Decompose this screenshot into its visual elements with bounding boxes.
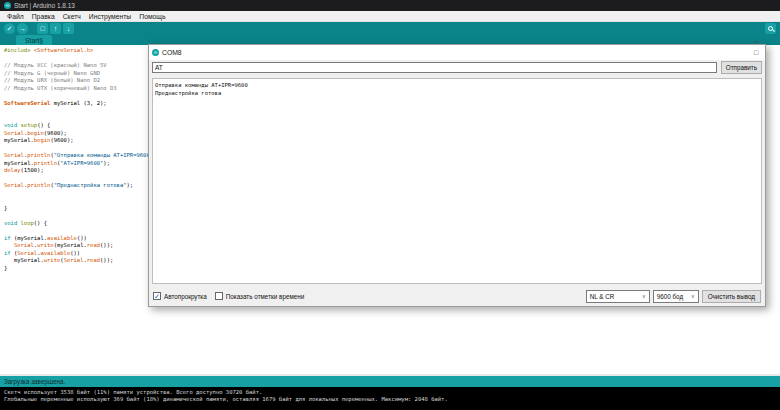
serial-output-line: Отправка команды AT+IPR=9600 [155,81,759,89]
menu-item-Скетч[interactable]: Скетч [59,13,85,20]
menu-item-Правка[interactable]: Правка [28,13,59,20]
menu-item-Файл[interactable]: Файл [3,13,28,20]
status-message: Загрузка завершена. [4,378,65,385]
arduino-logo-icon: ∞ [152,49,159,56]
minimize-button[interactable]: – [749,35,763,47]
serial-monitor-button[interactable] [765,23,776,34]
window-title: Start | Arduino 1.8.13 [14,2,75,9]
serial-monitor-title: COM8 [162,49,746,56]
console-line: Скетч использует 3538 байт (11%) памяти … [4,389,780,396]
console-line: Глобальные переменные используют 369 бай… [4,396,780,403]
new-sketch-button[interactable]: □ [37,23,48,34]
line-ending-value: NL & CR [590,293,615,300]
menu-item-Помощь[interactable]: Помощь [135,13,169,20]
new-sketch-icon: □ [40,25,44,32]
build-console: Скетч использует 3538 байт (11%) памяти … [0,387,780,410]
autoscroll-label: Автопрокрутка [164,293,207,300]
send-button[interactable]: Отправить [721,61,762,74]
arduino-logo-icon: ∞ [4,2,11,9]
tab-start-sketch[interactable]: Start§ [16,35,52,45]
open-sketch-icon: ↑ [54,25,58,32]
serial-output-area[interactable]: Отправка команды AT+IPR=9600Преднастройк… [152,78,762,284]
status-bar: Загрузка завершена. [0,374,780,387]
verify-icon: ✓ [7,25,13,32]
serial-monitor-window: ∞ COM8 –□× Отправить Отправка команды AT… [148,44,766,307]
save-sketch-button[interactable]: ↓ [63,23,74,34]
timestamps-label: Показать отметки времени [226,293,304,300]
serial-output-line: Преднастройка готова [155,89,759,97]
chevron-down-icon: ∨ [642,293,646,299]
menu-bar: ФайлПравкаСкетчИнструментыПомощь [0,11,780,22]
verify-button[interactable]: ✓ [4,23,15,34]
serial-input-row: Отправить [149,60,765,76]
line-ending-select[interactable]: NL & CR ∨ [586,290,650,303]
upload-icon: → [19,25,26,32]
chevron-down-icon: ∨ [691,293,695,299]
maximize-button[interactable]: □ [749,47,763,59]
tab-label: Start§ [25,37,43,44]
autoscroll-checkbox[interactable]: ✓ [153,292,161,300]
timestamps-checkbox[interactable] [215,292,223,300]
menu-item-Инструменты[interactable]: Инструменты [85,13,135,20]
baud-rate-value: 9600 бод [657,293,683,300]
baud-rate-select[interactable]: 9600 бод ∨ [653,290,699,303]
window-titlebar: ∞ Start | Arduino 1.8.13 [0,0,780,11]
open-sketch-button[interactable]: ↑ [50,23,61,34]
serial-monitor-bottombar: ✓ Автопрокрутка Показать отметки времени… [149,286,765,306]
upload-button[interactable]: → [17,23,28,34]
save-sketch-icon: ↓ [67,25,71,32]
serial-command-input[interactable] [152,62,717,73]
serial-monitor-titlebar[interactable]: ∞ COM8 –□× [149,45,765,60]
magnifier-icon [768,26,773,31]
toolbar: ✓→□↑↓ [0,22,780,34]
clear-output-button[interactable]: Очистить вывод [702,290,761,303]
